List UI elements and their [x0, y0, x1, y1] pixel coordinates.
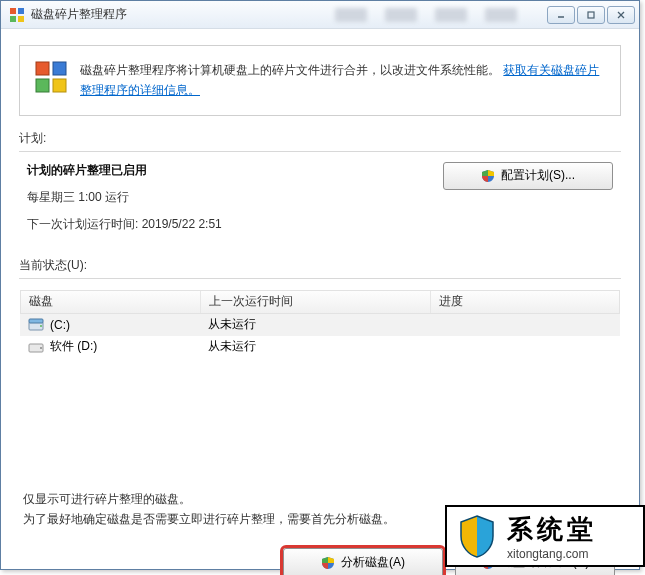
last-run-cell: 从未运行 — [200, 338, 430, 355]
svg-rect-11 — [53, 79, 66, 92]
drive-d-icon — [28, 340, 44, 354]
info-text: 磁盘碎片整理程序将计算机硬盘上的碎片文件进行合并，以改进文件系统性能。 获取有关… — [80, 60, 604, 101]
last-run-cell: 从未运行 — [200, 316, 430, 333]
app-icon — [9, 7, 25, 23]
divider — [19, 151, 621, 152]
schedule-info: 计划的碎片整理已启用 每星期三 1:00 运行 下一次计划运行时间: 2019/… — [27, 162, 443, 243]
schedule-section: 计划的碎片整理已启用 每星期三 1:00 运行 下一次计划运行时间: 2019/… — [19, 162, 621, 243]
svg-rect-13 — [29, 319, 43, 323]
col-last-run[interactable]: 上一次运行时间 — [201, 291, 431, 313]
watermark-url: xitongtang.com — [507, 547, 597, 561]
svg-rect-2 — [10, 16, 16, 22]
watermark-text: 系统堂 xitongtang.com — [507, 512, 597, 561]
svg-rect-8 — [36, 62, 49, 75]
info-box: 磁盘碎片整理程序将计算机硬盘上的碎片文件进行合并，以改进文件系统性能。 获取有关… — [19, 45, 621, 116]
status-label: 当前状态(U): — [19, 257, 621, 274]
schedule-label: 计划: — [19, 130, 621, 147]
svg-rect-9 — [53, 62, 66, 75]
info-description: 磁盘碎片整理程序将计算机硬盘上的碎片文件进行合并，以改进文件系统性能。 — [80, 63, 500, 77]
content-area: 磁盘碎片整理程序将计算机硬盘上的碎片文件进行合并，以改进文件系统性能。 获取有关… — [1, 45, 639, 575]
svg-rect-0 — [10, 8, 16, 14]
defrag-window: 磁盘碎片整理程序 磁盘碎片整理程序将计算机硬盘上的碎片文件进行合并，以改进文件系… — [0, 0, 640, 570]
uac-shield-icon — [481, 169, 495, 183]
col-progress[interactable]: 进度 — [431, 291, 619, 313]
svg-rect-10 — [36, 79, 49, 92]
divider — [19, 278, 621, 279]
table-header: 磁盘 上一次运行时间 进度 — [20, 290, 620, 314]
schedule-run-text: 每星期三 1:00 运行 — [27, 189, 443, 206]
analyze-disk-button[interactable]: 分析磁盘(A) — [283, 548, 443, 575]
svg-rect-5 — [588, 12, 594, 18]
configure-schedule-button[interactable]: 配置计划(S)... — [443, 162, 613, 190]
watermark-brand: 系统堂 — [507, 512, 597, 547]
svg-rect-3 — [18, 16, 24, 22]
blurred-area — [335, 8, 517, 22]
watermark-shield-icon — [457, 514, 497, 558]
schedule-next-run-text: 下一次计划运行时间: 2019/5/22 2:51 — [27, 216, 443, 233]
titlebar[interactable]: 磁盘碎片整理程序 — [1, 1, 639, 29]
window-controls — [547, 6, 635, 24]
table-row[interactable]: (C:) 从未运行 — [20, 314, 620, 336]
minimize-button[interactable] — [547, 6, 575, 24]
svg-point-16 — [40, 347, 42, 349]
col-disk[interactable]: 磁盘 — [21, 291, 201, 313]
drive-name: (C:) — [50, 318, 70, 332]
close-button[interactable] — [607, 6, 635, 24]
svg-rect-1 — [18, 8, 24, 14]
drive-c-icon — [28, 318, 44, 332]
maximize-button[interactable] — [577, 6, 605, 24]
uac-shield-icon — [321, 556, 335, 570]
watermark-overlay: 系统堂 xitongtang.com — [445, 505, 645, 567]
defrag-icon — [34, 60, 68, 94]
disk-table: 磁盘 上一次运行时间 进度 (C:) 从未运行 — [19, 289, 621, 359]
drive-name: 软件 (D:) — [50, 338, 97, 355]
window-title: 磁盘碎片整理程序 — [31, 6, 335, 23]
schedule-enabled-text: 计划的碎片整理已启用 — [27, 162, 443, 179]
svg-point-14 — [40, 325, 42, 327]
analyze-disk-label: 分析磁盘(A) — [341, 554, 405, 571]
configure-schedule-label: 配置计划(S)... — [501, 167, 575, 184]
table-row[interactable]: 软件 (D:) 从未运行 — [20, 336, 620, 358]
